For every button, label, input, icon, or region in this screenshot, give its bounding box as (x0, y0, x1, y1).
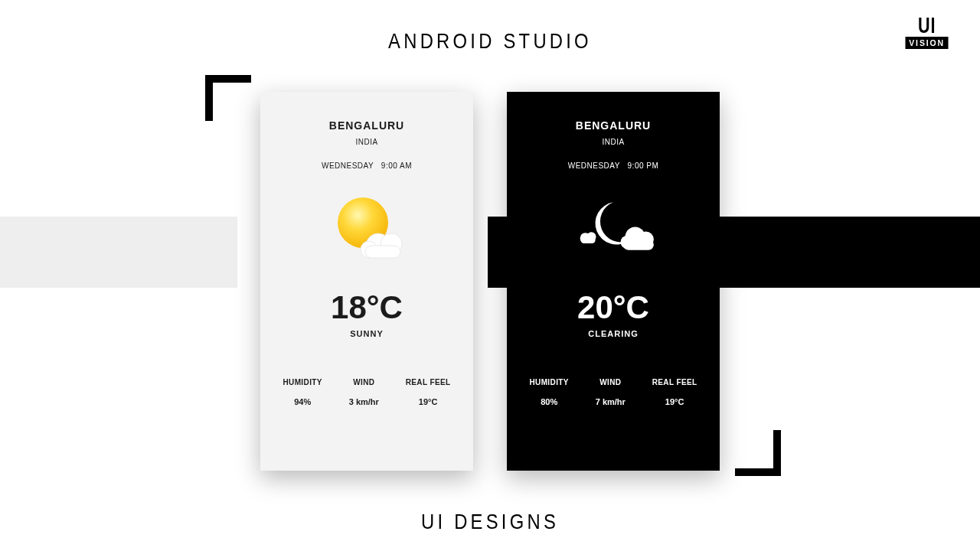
logo-top-text: UI (910, 14, 943, 37)
humidity-value: 94% (294, 397, 311, 406)
logo: UI VISION (904, 14, 949, 49)
moon-cloud-icon (564, 187, 663, 271)
wind-value: 7 km/hr (596, 397, 626, 406)
svg-rect-11 (623, 240, 654, 250)
page-title: ANDROID STUDIO (371, 29, 610, 54)
realfeel-label: REAL FEEL (406, 378, 451, 386)
realfeel-label: REAL FEEL (652, 378, 697, 386)
realfeel-value: 19°C (419, 397, 438, 406)
stat-wind: WIND 3 km/hr (349, 378, 379, 406)
stats-row: HUMIDITY 80% WIND 7 km/hr REAL FEEL 19°C (516, 378, 710, 406)
daytime-label: WEDNESDAY 9:00 PM (568, 161, 659, 170)
stat-humidity: HUMIDITY 94% (283, 378, 322, 406)
background-stripe-light (0, 217, 237, 288)
logo-bottom-text: VISION (905, 37, 948, 49)
stats-row: HUMIDITY 94% WIND 3 km/hr REAL FEEL 19°C (270, 378, 464, 406)
decorative-corner-bottom-right (735, 430, 781, 476)
stat-realfeel: REAL FEEL 19°C (406, 378, 451, 406)
humidity-value: 80% (541, 397, 557, 406)
city-label: BENGALURU (329, 119, 404, 132)
wind-label: WIND (599, 378, 621, 386)
humidity-label: HUMIDITY (529, 378, 569, 386)
weather-card-light: BENGALURU INDIA WEDNESDAY 9:00 AM (260, 92, 473, 471)
country-label: INDIA (355, 138, 377, 146)
stat-humidity: HUMIDITY 80% (529, 378, 569, 406)
city-label: BENGALURU (576, 119, 651, 132)
stat-wind: WIND 7 km/hr (596, 378, 626, 406)
daytime-label: WEDNESDAY 9:00 AM (322, 161, 412, 170)
realfeel-value: 19°C (665, 397, 684, 406)
temperature-value: 18°C (331, 289, 403, 326)
country-label: INDIA (602, 138, 624, 146)
condition-label: SUNNY (350, 329, 384, 338)
svg-rect-4 (365, 246, 400, 258)
page-subtitle: UI DESIGNS (409, 510, 571, 534)
sun-cloud-icon (317, 187, 416, 271)
decorative-corner-top-left (205, 75, 251, 121)
stat-realfeel: REAL FEEL 19°C (652, 378, 697, 406)
condition-label: CLEARING (588, 329, 638, 338)
wind-label: WIND (353, 378, 374, 386)
humidity-label: HUMIDITY (283, 378, 322, 386)
wind-value: 3 km/hr (349, 397, 379, 406)
weather-card-dark: BENGALURU INDIA WEDNESDAY 9:00 PM (507, 92, 720, 471)
svg-rect-7 (581, 236, 596, 243)
temperature-value: 20°C (577, 289, 649, 326)
cards-container: BENGALURU INDIA WEDNESDAY 9:00 AM (260, 92, 720, 471)
